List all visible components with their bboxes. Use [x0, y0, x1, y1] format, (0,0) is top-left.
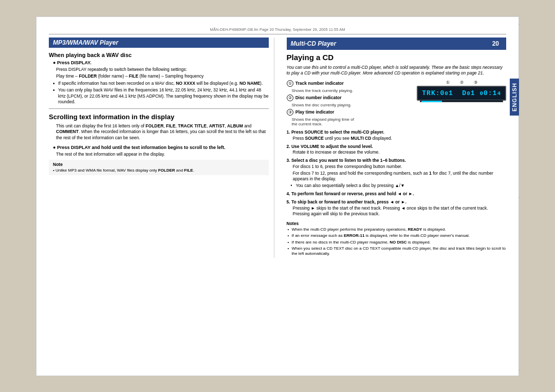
circle-3: ③ [287, 109, 293, 116]
ci-2: ② [460, 80, 464, 85]
bullet-dot-1: • [53, 81, 56, 86]
scrolling-desc: This unit can display the first 16 lette… [49, 123, 269, 141]
notes-section: Notes When the multi-CD player performs … [287, 221, 507, 257]
indicator3-wrapper: ③ Play time indicator Shows the elapsed … [287, 109, 412, 126]
step5: 5. To skip back or forward to another tr… [287, 199, 507, 217]
left-column: MP3/WMA/WAV Player When playing back a W… [49, 38, 274, 258]
page-header: MÃN-DEH-P4880MP-GB.fm Page 20 Thursday, … [49, 27, 506, 34]
page-number: 20 [489, 39, 502, 48]
indicator2: ② Disc number indicator [287, 95, 412, 101]
indicator2-title: Disc number indicator [295, 95, 342, 100]
indicator3-desc: Shows the elapsed playing time ofthe cur… [287, 117, 412, 126]
press-display-label: Press DISPLAY. [49, 60, 269, 65]
progress-bar-container [420, 100, 503, 102]
step4: 4. To perform fast forward or reverse, p… [287, 191, 507, 197]
step3-sub1: For discs 1 to 6, press the correspondin… [287, 164, 507, 170]
press-hold-label: ● Press DISPLAY and hold until the text … [49, 144, 269, 150]
display-wrapper: ① ② ③ TRK:001 D01 00:14 [417, 80, 506, 102]
ci-3: ③ [474, 80, 477, 85]
indicators-container: ① Track number indicator Shows the track… [287, 80, 507, 126]
lcd-display: TRK:001 D01 00:14 [417, 86, 506, 101]
playing-cd-title: Playing a CD [287, 53, 507, 62]
note-title: Note [53, 162, 265, 167]
step3-bullet: You can also sequentially select a disc … [287, 183, 507, 189]
progress-bar [421, 101, 442, 102]
note-text: • Unlike MP3 and WMA file format, WAV fi… [53, 168, 265, 173]
indicator1-title: Track number indicator [295, 81, 344, 86]
indicator3: ③ Play time indicator [287, 109, 412, 116]
step1: 1. Press SOURCE to select the multi-CD p… [287, 129, 507, 141]
right-column: Multi-CD Player 20 Playing a CD You can … [285, 38, 507, 258]
bullet-dot-2: • [53, 87, 56, 93]
left-section-header: MP3/WMA/WAV Player [49, 38, 269, 48]
bullet1: • If specific information has not been r… [49, 81, 269, 86]
step1-sub: Press SOURCE until you see MULTI CD disp… [287, 136, 507, 141]
press-display-desc: Press DISPLAY repeatedly to switch betwe… [49, 67, 269, 72]
scrolling-title: Scrolling text information in the displa… [49, 113, 269, 121]
right-section-header: Multi-CD Player 20 [287, 38, 507, 50]
wav-section-title: When playing back a WAV disc [49, 52, 269, 58]
step5-sub: Pressing ► skips to the start of the nex… [287, 206, 507, 217]
notes-title: Notes [287, 221, 507, 226]
note-r2: If an error message such as ERROR-11 is … [287, 233, 507, 238]
step2: 2. Use VOLUME to adjust the sound level.… [287, 144, 507, 156]
note-r4: When you select a CD TEXT disc on a CD T… [287, 246, 507, 257]
indicator3-title: Play time indicator [295, 109, 335, 115]
step3: 3. Select a disc you want to listen to w… [287, 158, 507, 189]
ci-1: ① [446, 80, 450, 85]
bullet1-text: If specific information has not been rec… [58, 81, 263, 86]
divider [49, 108, 269, 109]
circle-2: ② [287, 95, 293, 101]
bullet2-text: You can only play back WAV files in the … [58, 87, 269, 105]
note-r3: If there are no discs in the multi-CD pl… [287, 240, 507, 245]
press-hold-desc: The rest of the text information will ap… [49, 152, 269, 157]
intro-text: You can use this unit to control a multi… [287, 65, 507, 76]
circle-1: ① [287, 80, 293, 87]
step2-sub: Rotate it to increase or decrease the vo… [287, 150, 507, 155]
note-section: Note • Unlike MP3 and WMA file format, W… [49, 160, 269, 175]
right-section-title: Multi-CD Player [291, 40, 337, 47]
two-column-layout: MP3/WMA/WAV Player When playing back a W… [49, 38, 506, 258]
circle-indicators-row: ① ② ③ [446, 80, 477, 85]
indicator2-desc: Shows the disc currently playing. [287, 103, 412, 107]
bullet2: • You can only play back WAV files in th… [49, 87, 269, 105]
display-text: TRK:001 D01 00:14 [422, 89, 501, 97]
path-desc: Play time – FOLDER (folder name) – FILE … [49, 73, 269, 79]
note-r1: When the multi-CD player performs the pr… [287, 227, 507, 232]
step3-sub2: For discs 7 to 12, press and hold the co… [287, 171, 507, 182]
indicator2-wrapper: ② Disc number indicator Shows the disc c… [287, 95, 412, 107]
indicator1-desc: Shows the track currently playing. [287, 88, 412, 93]
english-tab: ENGLISH [510, 79, 519, 116]
indicators-left: ① Track number indicator Shows the track… [287, 80, 412, 126]
indicator1: ① Track number indicator [287, 80, 412, 87]
page-content: ENGLISH MÃN-DEH-P4880MP-GB.fm Page 20 Th… [36, 16, 519, 376]
